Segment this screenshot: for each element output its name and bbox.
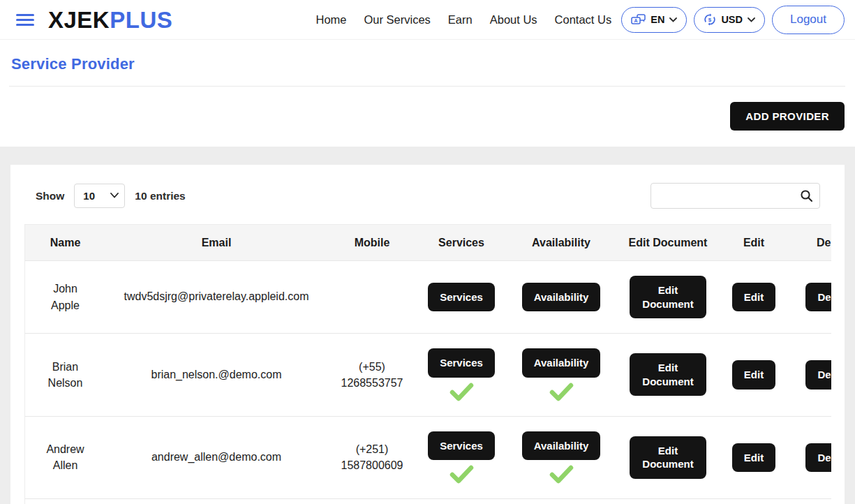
delete-button[interactable]: Delete bbox=[805, 360, 831, 390]
providers-table-container: Name Email Mobile Services Availability … bbox=[24, 224, 831, 504]
check-icon bbox=[549, 383, 574, 401]
provider-email: brian_nelson.@demo.com bbox=[108, 367, 325, 383]
chevron-down-icon bbox=[669, 17, 677, 22]
edit-button[interactable]: Edit bbox=[732, 443, 775, 473]
logo-text-black: XJEK bbox=[48, 7, 110, 33]
table-row: Brian Nelson brian_nelson.@demo.com (+55… bbox=[25, 334, 831, 417]
add-provider-row: ADD PROVIDER bbox=[0, 87, 855, 147]
add-provider-button[interactable]: ADD PROVIDER bbox=[730, 102, 845, 131]
main-nav: Home Our Services Earn About Us Contact … bbox=[315, 13, 611, 27]
header-email: Email bbox=[105, 225, 327, 261]
check-icon bbox=[449, 465, 474, 484]
svg-text:A: A bbox=[634, 18, 638, 23]
page-size-select-wrap: 10 bbox=[74, 184, 125, 208]
header-name: Name bbox=[25, 225, 105, 261]
header-mobile: Mobile bbox=[327, 225, 417, 261]
brand-logo[interactable]: XJEKPLUS bbox=[48, 8, 172, 31]
check-icon bbox=[449, 383, 474, 401]
svg-text:$: $ bbox=[708, 17, 712, 23]
edit-document-button[interactable]: Edit Document bbox=[630, 353, 706, 396]
page-size-group: Show 10 10 entries bbox=[36, 184, 186, 208]
page-background: Show 10 10 entries bbox=[0, 147, 855, 504]
logout-button[interactable]: Logout bbox=[772, 6, 845, 34]
edit-document-button[interactable]: Edit Document bbox=[630, 436, 706, 479]
search-icon bbox=[800, 189, 813, 202]
nav-link-about-us[interactable]: About Us bbox=[490, 13, 537, 27]
page-size-select[interactable]: 10 bbox=[74, 184, 125, 208]
providers-table: Name Email Mobile Services Availability … bbox=[25, 224, 831, 504]
hamburger-menu-icon[interactable] bbox=[16, 14, 34, 26]
availability-button[interactable]: Availability bbox=[522, 283, 601, 312]
availability-button[interactable]: Availability bbox=[522, 431, 601, 461]
provider-name: Andrew Allen bbox=[40, 441, 91, 473]
header-availability: Availability bbox=[506, 225, 616, 261]
chevron-down-icon bbox=[748, 17, 755, 22]
table-controls: Show 10 10 entries bbox=[36, 183, 820, 209]
check-icon bbox=[549, 465, 574, 484]
header-edit: Edit bbox=[720, 225, 788, 261]
search-input[interactable] bbox=[650, 183, 820, 209]
table-row: John Apple twdv5dsjrg@privaterelay.apple… bbox=[25, 261, 831, 334]
header-delete: Delete bbox=[788, 225, 831, 261]
services-button[interactable]: Services bbox=[428, 348, 495, 378]
nav-link-home[interactable]: Home bbox=[315, 13, 346, 27]
nav-link-contact-us[interactable]: Contact Us bbox=[555, 13, 612, 27]
currency-exchange-icon: $ bbox=[704, 13, 716, 26]
show-label: Show bbox=[36, 190, 64, 202]
mobile-country-code: (+251) bbox=[330, 441, 414, 457]
provider-name: Brian Nelson bbox=[40, 359, 91, 391]
table-row-partial bbox=[25, 499, 831, 504]
top-navbar: XJEKPLUS Home Our Services Earn About Us… bbox=[0, 0, 855, 40]
edit-button[interactable]: Edit bbox=[732, 360, 775, 390]
nav-link-our-services[interactable]: Our Services bbox=[364, 13, 431, 27]
currency-selector[interactable]: $ USD bbox=[694, 7, 765, 33]
navbar-pill-group: A EN $ USD Log bbox=[621, 6, 845, 34]
services-button[interactable]: Services bbox=[428, 283, 495, 312]
language-selector[interactable]: A EN bbox=[621, 7, 687, 33]
mobile-number: 1587800609 bbox=[330, 457, 414, 473]
providers-card: Show 10 10 entries bbox=[10, 165, 845, 504]
logout-label: Logout bbox=[790, 13, 826, 27]
delete-button[interactable]: Delete bbox=[805, 443, 831, 473]
language-label: EN bbox=[650, 14, 664, 25]
mobile-country-code: (+55) bbox=[330, 359, 414, 375]
table-header-row: Name Email Mobile Services Availability … bbox=[25, 225, 831, 261]
edit-document-button[interactable]: Edit Document bbox=[630, 276, 706, 318]
header-services: Services bbox=[417, 225, 506, 261]
translate-icon: A bbox=[631, 14, 646, 26]
provider-mobile: (+55) 1268553757 bbox=[330, 359, 414, 391]
search-box bbox=[650, 183, 820, 209]
provider-email: twdv5dsjrg@privaterelay.appleid.com bbox=[108, 289, 325, 304]
provider-mobile: (+251) 1587800609 bbox=[330, 441, 414, 473]
header-edit-document: Edit Document bbox=[616, 225, 720, 261]
availability-button[interactable]: Availability bbox=[522, 348, 601, 378]
mobile-number: 1268553757 bbox=[330, 375, 414, 391]
logo-text-blue: PLUS bbox=[110, 7, 172, 33]
page-title: Service Provider bbox=[11, 55, 855, 73]
delete-button[interactable]: Delete bbox=[805, 283, 831, 312]
nav-link-earn[interactable]: Earn bbox=[448, 13, 473, 27]
entries-count-label: 10 entries bbox=[135, 190, 185, 202]
provider-name: John Apple bbox=[40, 281, 91, 313]
provider-email: andrew_allen@demo.com bbox=[108, 450, 325, 465]
table-row: Andrew Allen andrew_allen@demo.com (+251… bbox=[25, 416, 831, 499]
currency-label: USD bbox=[721, 14, 743, 25]
edit-button[interactable]: Edit bbox=[732, 283, 775, 312]
services-button[interactable]: Services bbox=[428, 431, 495, 461]
